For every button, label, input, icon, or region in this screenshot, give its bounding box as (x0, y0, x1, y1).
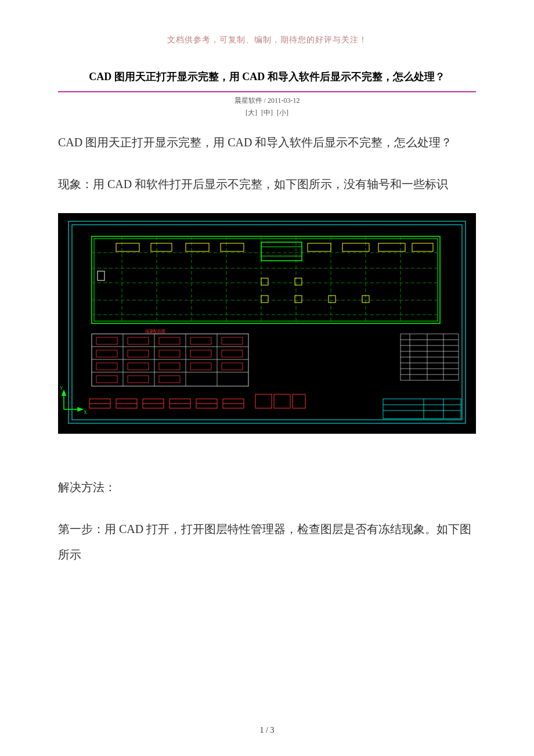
paragraph-phenomenon: 现象：用 CAD 和软件打开后显示不完整，如下图所示，没有轴号和一些标识 (58, 171, 476, 197)
svg-rect-2 (92, 236, 440, 323)
size-small-link[interactable]: [小] (277, 109, 288, 117)
svg-marker-37 (62, 391, 66, 395)
svg-rect-63 (222, 363, 243, 370)
svg-rect-75 (293, 394, 305, 408)
meta-sep: / (262, 96, 268, 105)
meta-date: 2011-03-12 (268, 96, 300, 105)
svg-rect-64 (96, 376, 117, 383)
svg-rect-60 (128, 363, 149, 370)
svg-rect-1 (72, 225, 462, 420)
svg-rect-24 (378, 243, 405, 251)
paragraph-step1: 第一步：用 CAD 打开，打开图层特性管理器，检查图层是否有冻结现象。如下图所示 (58, 516, 476, 567)
svg-rect-21 (221, 243, 244, 251)
meta-source: 晨星软件 (234, 96, 262, 105)
svg-rect-62 (190, 363, 211, 370)
svg-rect-20 (186, 243, 209, 251)
page-number: 1 / 3 (0, 726, 534, 735)
svg-rect-66 (159, 376, 180, 383)
svg-rect-58 (222, 350, 243, 357)
svg-text:X: X (84, 410, 87, 415)
cad-label: 顶梁配筋图 (145, 329, 165, 334)
svg-rect-49 (96, 337, 117, 344)
divider (58, 91, 476, 92)
svg-rect-23 (342, 243, 369, 251)
header-note: 文档供参考，可复制、编制，期待您的好评与关注！ (58, 35, 476, 45)
svg-rect-51 (159, 337, 180, 344)
svg-rect-29 (261, 278, 268, 285)
svg-rect-65 (128, 376, 149, 383)
svg-rect-54 (96, 350, 117, 357)
svg-rect-18 (116, 243, 139, 251)
size-large-link[interactable]: [大] (246, 109, 257, 117)
svg-rect-31 (261, 296, 268, 303)
svg-rect-59 (96, 363, 117, 370)
svg-rect-52 (190, 337, 211, 344)
paragraph-solution-heading: 解决方法： (58, 474, 476, 500)
cad-drawing-svg: Y X 顶梁配筋图 (58, 213, 476, 434)
svg-marker-38 (78, 408, 82, 411)
svg-rect-57 (190, 350, 211, 357)
article-title: CAD 图用天正打开显示完整，用 CAD 和导入软件后显示不完整，怎么处理？ (58, 69, 476, 85)
size-medium-link[interactable]: [中] (261, 109, 273, 117)
svg-rect-93 (383, 399, 461, 419)
svg-rect-33 (329, 296, 335, 303)
svg-rect-3 (94, 239, 438, 321)
paragraph-question: CAD 图用天正打开显示完整，用 CAD 和导入软件后显示不完整，怎么处理？ (58, 129, 476, 155)
svg-rect-55 (128, 350, 149, 357)
svg-rect-25 (412, 243, 433, 251)
svg-rect-74 (274, 394, 290, 408)
svg-rect-22 (308, 243, 331, 251)
svg-rect-73 (255, 394, 272, 408)
svg-rect-98 (98, 271, 104, 280)
font-size-links: [大] [中] [小] (58, 108, 476, 118)
cad-screenshot-figure: Y X 顶梁配筋图 (58, 213, 476, 434)
article-meta: 晨星软件 / 2011-03-12 (58, 96, 476, 106)
svg-rect-56 (159, 350, 180, 357)
svg-rect-61 (159, 363, 180, 370)
svg-rect-41 (92, 334, 248, 386)
svg-rect-19 (151, 243, 172, 251)
svg-text:Y: Y (60, 386, 63, 391)
svg-rect-50 (128, 337, 149, 344)
svg-rect-53 (222, 337, 243, 344)
